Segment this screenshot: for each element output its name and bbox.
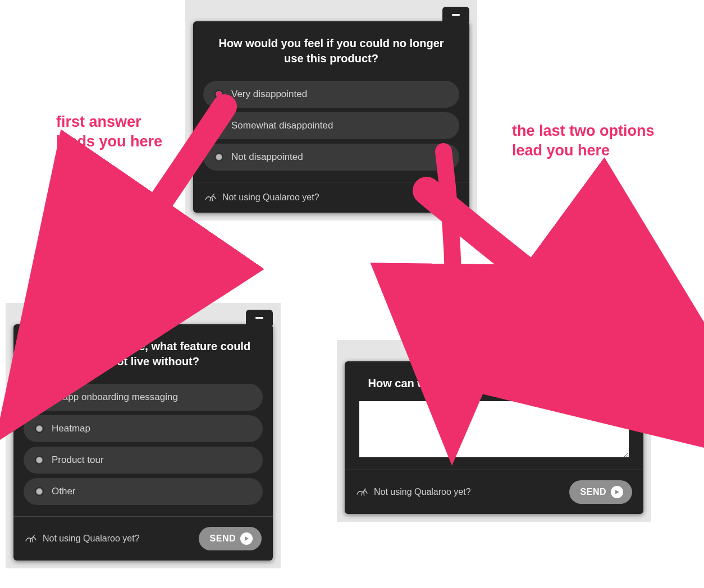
arrow-right-b bbox=[0, 0, 704, 588]
